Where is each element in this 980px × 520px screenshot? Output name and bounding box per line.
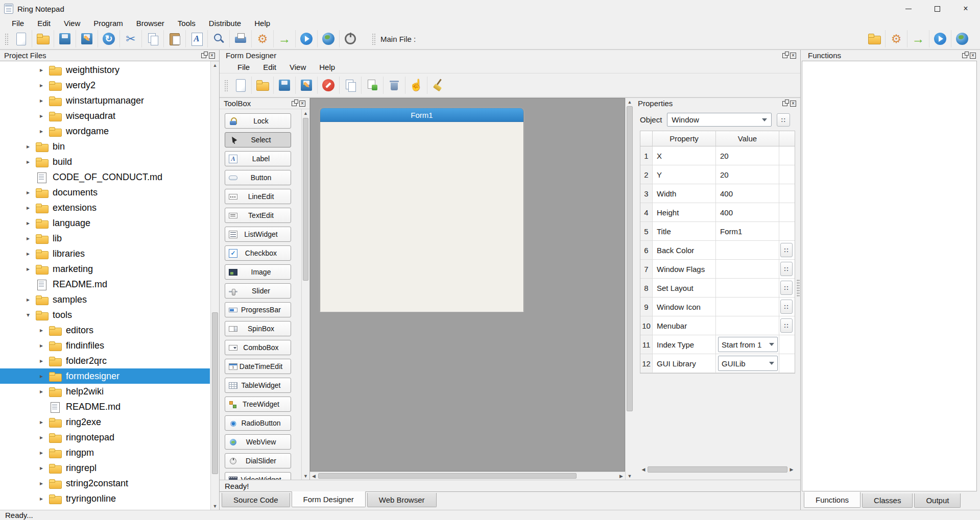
expand-arrow-icon[interactable] [40,480,49,487]
tree-item[interactable]: folder2qrc [0,353,210,368]
new-form-icon[interactable] [230,77,252,94]
tab-form-designer[interactable]: Form Designer [292,491,366,507]
property-value[interactable]: 20 [720,170,729,179]
tree-item[interactable]: bin [0,139,210,154]
scroll-up-icon[interactable]: ▲ [626,98,634,106]
toolbox-webview-button[interactable]: WebView [225,434,291,450]
toolbox-datetimeedit-button[interactable]: 1 DateTimeEdit [225,359,291,374]
run-noconsole-icon[interactable]: → [907,30,929,47]
property-column-header[interactable]: Property [653,131,716,146]
expand-arrow-icon[interactable] [40,357,49,364]
expand-arrow-icon[interactable] [40,449,49,456]
menu-file[interactable]: File [5,17,31,29]
toolbar-grip[interactable] [4,33,8,45]
object-detail-button[interactable]: :: [777,113,790,127]
detail-button[interactable]: :: [780,300,793,314]
menu-browser[interactable]: Browser [130,17,171,29]
close-panel-icon[interactable]: × [790,101,796,107]
value-column-header[interactable]: Value [716,131,779,146]
object-combobox[interactable]: Window [667,113,772,127]
detail-button[interactable]: :: [780,281,793,295]
scroll-down-icon[interactable]: ▼ [302,472,309,480]
tree-item[interactable]: wisequadrat [0,108,210,123]
paste-icon[interactable] [164,30,186,47]
property-value[interactable]: 20 [720,152,729,160]
tab-classes[interactable]: Classes [862,493,913,508]
toolbox-dialslider-button[interactable]: DialSlider [225,453,291,468]
fd-menu-help[interactable]: Help [313,61,342,72]
font-icon[interactable]: A [186,30,208,47]
expand-arrow-icon[interactable] [40,373,49,380]
tree-item[interactable]: werdy2 [0,78,210,93]
float-panel-icon[interactable] [201,53,206,58]
power-icon[interactable] [340,30,361,47]
property-row[interactable]: 4 Height 400 400 [640,203,795,222]
expand-arrow-icon[interactable] [27,235,36,242]
tree-item[interactable]: samples [0,292,210,307]
toolbox-combobox-button[interactable]: ComboBox [225,340,291,355]
run-noconsole-icon[interactable]: → [274,30,296,47]
property-value[interactable]: 400 [720,208,733,217]
tree-item[interactable]: README.md [0,277,210,292]
run-icon[interactable] [296,30,318,47]
toolbox-lineedit-button[interactable]: LineEdit [225,189,291,204]
toolbar-grip[interactable] [371,33,375,45]
expand-arrow-icon[interactable] [40,464,49,472]
property-row[interactable]: 9 Window Icon [640,298,795,316]
expand-arrow-icon[interactable] [27,296,36,303]
open-folder-icon[interactable] [864,30,886,47]
tree-item[interactable]: language [0,215,210,231]
expand-arrow-icon[interactable] [27,250,36,257]
toolbar-grip[interactable] [224,79,228,91]
tree-item[interactable]: marketing [0,261,210,277]
toolbox-scrollbar[interactable]: ▲ ▼ [301,109,309,480]
scroll-right-icon[interactable]: ▶ [617,472,625,480]
fd-menu-view[interactable]: View [283,61,313,72]
cut-icon[interactable]: ✂ [120,30,142,47]
property-row[interactable]: 7 Window Flags [640,260,795,279]
scroll-left-icon[interactable]: ◀ [310,472,318,480]
close-panel-icon[interactable]: × [299,101,305,107]
menu-view[interactable]: View [57,17,87,29]
toolbox-checkbox-button[interactable]: ✓ Checkbox [225,245,291,261]
form-body[interactable] [320,122,523,312]
expand-arrow-icon[interactable] [27,265,36,273]
settings-icon[interactable]: ⚙ [886,30,907,47]
properties-horizontal-scrollbar[interactable]: ◀ ▶ [640,465,795,474]
close-form-icon[interactable] [318,77,340,94]
fd-menu-file[interactable]: File [231,61,256,72]
pointer-tool-icon[interactable]: ☝ [405,77,427,94]
tree-item[interactable]: documents [0,185,210,200]
expand-arrow-icon[interactable] [40,128,49,135]
menu-distribute[interactable]: Distribute [202,17,248,29]
toolbox-textedit-button[interactable]: TextEdit [225,208,291,223]
copy-icon[interactable] [142,30,164,47]
toolbox-image-button[interactable]: Image [225,264,291,280]
form-titlebar[interactable]: Form1 [320,108,523,122]
expand-arrow-icon[interactable] [40,82,49,89]
value-combobox[interactable]: GUILib [718,356,778,371]
tree-item[interactable]: ringnotepad [0,430,210,445]
new-file-icon[interactable] [10,30,32,47]
tab-web-browser[interactable]: Web Browser [367,493,437,507]
property-row[interactable]: 10 Menubar [640,316,795,335]
expand-arrow-icon[interactable] [27,158,36,165]
run-icon[interactable] [929,30,951,47]
minimize-button[interactable] [894,0,923,17]
float-panel-icon[interactable] [962,53,967,58]
close-panel-icon[interactable]: × [790,53,796,59]
expand-arrow-icon[interactable] [40,418,49,426]
property-row[interactable]: 1 X 20 20 [640,146,795,165]
splitter-handle[interactable] [797,279,800,298]
property-row[interactable]: 5 Title Form1 Form1 [640,222,795,241]
menu-tools[interactable]: Tools [171,17,202,29]
tree-item[interactable]: ringrepl [0,460,210,476]
toolbox-listwidget-button[interactable]: ListWidget [225,227,291,242]
toolbox-button-button[interactable]: Button [225,170,291,185]
reload-icon[interactable]: ↻ [98,30,120,47]
expand-arrow-icon[interactable] [40,388,49,395]
expand-arrow-icon[interactable] [40,342,49,349]
scroll-up-icon[interactable]: ▲ [211,61,219,69]
tree-item[interactable]: lib [0,231,210,246]
tab-functions[interactable]: Functions [804,492,861,508]
